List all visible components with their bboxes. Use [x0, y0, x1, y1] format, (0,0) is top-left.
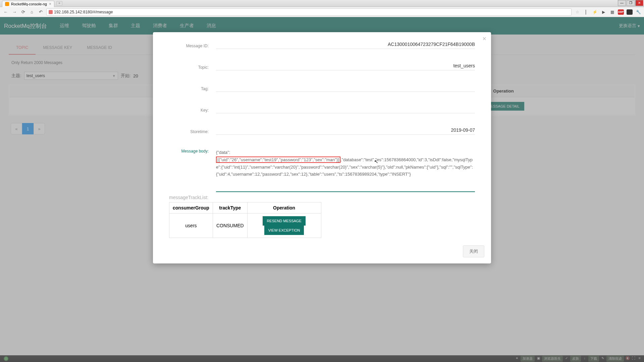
tab-title: RocketMq-console-ng — [11, 2, 47, 6]
field-key — [216, 106, 475, 113]
modal-close-button[interactable]: × — [482, 35, 486, 43]
home-button[interactable]: ⌂ — [29, 9, 35, 15]
label-storetime: Storetime: — [169, 129, 216, 135]
extension-box-icon[interactable] — [627, 9, 633, 15]
restore-button[interactable]: ↶ — [38, 9, 44, 15]
message-detail-modal: × Message ID: AC1300010064723279CF21F64B… — [153, 32, 491, 263]
wrench-icon[interactable]: 🔧 — [635, 9, 641, 15]
browser-toolbar: ← → ⟳ ⌂ ↶ 192.168.25.142:8180/#/message … — [0, 7, 644, 17]
extensions-grid-icon[interactable]: ▦ — [609, 9, 615, 15]
separator-icon: │ — [583, 9, 589, 15]
site-security-icon — [49, 10, 53, 14]
track-th-tt: trackType — [213, 202, 247, 214]
track-row: users CONSUMED RESEND MESSAGE VIEW EXCEP… — [169, 214, 321, 238]
favicon-icon — [5, 2, 9, 6]
reload-button[interactable]: ⟳ — [20, 9, 26, 15]
play-icon[interactable]: ▶ — [600, 9, 606, 15]
track-th-cg: consumerGroup — [169, 202, 213, 214]
label-tag: Tag: — [169, 86, 216, 92]
track-table: consumerGroup trackType Operation users … — [169, 202, 321, 238]
label-key: Key: — [169, 108, 216, 113]
lightning-icon[interactable]: ⚡ — [592, 9, 598, 15]
forward-button[interactable]: → — [11, 9, 17, 15]
window-minimize-button[interactable]: — — [618, 0, 626, 6]
bookmark-star-icon[interactable]: ☆ — [574, 9, 580, 15]
resend-message-button[interactable]: RESEND MESSAGE — [263, 216, 305, 226]
view-exception-button[interactable]: VIEW EXCEPTION — [264, 226, 304, 235]
adblock-icon[interactable]: ABP — [618, 9, 624, 15]
tracklist-label: messageTrackList: — [169, 195, 475, 200]
track-tt: CONSUMED — [213, 214, 247, 238]
track-th-op: Operation — [247, 202, 321, 214]
field-message-body: {"data": [{"uid":"26","username":"test19… — [216, 149, 475, 192]
url-text: 192.168.25.142:8180/#/message — [54, 10, 113, 14]
url-bar[interactable]: 192.168.25.142:8180/#/message — [46, 8, 572, 16]
modal-footer-close-button[interactable]: 关闭 — [463, 245, 484, 257]
browser-tab-strip: RocketMq-console-ng × + — ❐ ✕ — [0, 0, 644, 7]
close-tab-icon[interactable]: × — [49, 2, 51, 6]
label-topic: Topic: — [169, 65, 216, 70]
label-message-body: Message body: — [169, 149, 216, 154]
window-maximize-button[interactable]: ❐ — [627, 0, 635, 6]
field-message-id: AC1300010064723279CF21F64B19000B — [216, 42, 475, 49]
field-tag — [216, 84, 475, 92]
browser-tab[interactable]: RocketMq-console-ng × — [2, 1, 54, 7]
window-close-button[interactable]: ✕ — [635, 0, 643, 6]
track-cg: users — [169, 214, 213, 238]
new-tab-button[interactable]: + — [56, 1, 62, 6]
body-highlighted: [{"uid":"26","username":"test19","passwo… — [216, 157, 340, 163]
field-storetime: 2019-09-07 — [216, 127, 475, 135]
field-topic: test_users — [216, 63, 475, 70]
back-button[interactable]: ← — [3, 9, 9, 15]
label-message-id: Message ID: — [169, 44, 216, 49]
body-prefix: {"data": — [216, 150, 230, 155]
